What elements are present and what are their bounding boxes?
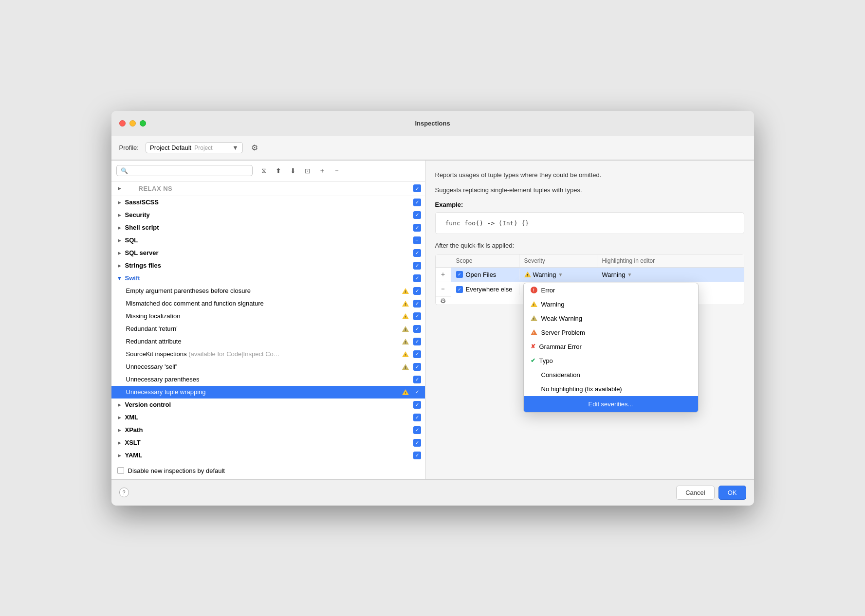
item-checkbox[interactable] — [413, 224, 421, 232]
tree-item-strings-files[interactable]: ▶ Strings files — [111, 259, 425, 272]
expand-icon-button[interactable]: ⊡ — [301, 164, 314, 177]
search-input-wrap[interactable]: 🔍 — [116, 165, 253, 176]
tree-item-security[interactable]: ▶ Security — [111, 209, 425, 221]
dropdown-label: Consideration — [541, 371, 580, 379]
item-label: Redundant 'return' — [126, 325, 402, 332]
item-checkbox[interactable] — [413, 287, 421, 295]
tree-item-swift-sourcekit[interactable]: SourceKit inspections (available for Cod… — [111, 348, 425, 361]
tree-item-relax-ns[interactable]: ▶ RELAX NS — [111, 181, 425, 196]
item-checkbox[interactable] — [413, 452, 421, 459]
tree-item-swift-mismatch[interactable]: Mismatched doc comment and function sign… — [111, 297, 425, 310]
tree-item-shell-script[interactable]: ▶ Shell script — [111, 221, 425, 234]
item-checkbox[interactable] — [413, 426, 421, 434]
item-checkbox[interactable] — [413, 300, 421, 308]
tree-item-xml[interactable]: ▶ XML — [111, 411, 425, 424]
row-checkbox[interactable] — [456, 271, 463, 278]
tree-item-sql-server[interactable]: ▶ SQL server — [111, 247, 425, 259]
item-checkbox[interactable] — [413, 338, 421, 345]
dropdown-item-consideration[interactable]: Consideration — [524, 368, 698, 382]
remove-inspection-button[interactable]: － — [331, 164, 343, 177]
item-checkbox[interactable] — [413, 401, 421, 409]
svg-text:!: ! — [405, 391, 406, 395]
item-checkbox[interactable] — [413, 312, 421, 320]
tree-item-swift-redundant-attr[interactable]: Redundant attribute ! — [111, 335, 425, 348]
item-checkbox[interactable] — [413, 325, 421, 333]
server-problem-icon: ! — [531, 329, 537, 335]
item-checkbox[interactable] — [413, 184, 421, 192]
severity-dropdown-icon[interactable]: ▼ — [558, 272, 563, 277]
tree-item-sass-scss[interactable]: ▶ Sass/SCSS — [111, 196, 425, 209]
profile-gear-button[interactable]: ⚙ — [248, 141, 261, 155]
tree-item-sql[interactable]: ▶ SQL — [111, 234, 425, 247]
item-checkbox[interactable] — [413, 249, 421, 257]
dropdown-label: Grammar Error — [539, 343, 582, 350]
maximize-button[interactable] — [140, 120, 146, 127]
dropdown-item-error[interactable]: ! Error — [524, 283, 698, 297]
severity-warn-icon: ! — [524, 272, 531, 277]
search-input[interactable] — [130, 167, 248, 174]
warning-icon: ! — [402, 338, 409, 345]
search-icon: 🔍 — [121, 167, 128, 174]
cancel-button[interactable]: Cancel — [676, 486, 714, 500]
dropdown-item-warning[interactable]: ! Warning — [524, 297, 698, 311]
filter-button[interactable]: ⧖ — [258, 164, 270, 177]
item-checkbox[interactable] — [413, 363, 421, 371]
tree-item-yaml[interactable]: ▶ YAML — [111, 449, 425, 462]
item-checkbox[interactable] — [413, 262, 421, 270]
chevron-icon: ▶ — [116, 250, 123, 256]
help-button[interactable]: ? — [119, 488, 129, 497]
close-button[interactable] — [119, 120, 126, 127]
item-checkbox[interactable] — [413, 414, 421, 421]
dropdown-item-typo[interactable]: ✔ Typo — [524, 354, 698, 368]
expand-all-button[interactable]: ⬆ — [272, 164, 285, 177]
dropdown-item-no-highlighting[interactable]: No highlighting (fix available) — [524, 382, 698, 396]
tree-item-swift-unnecessary-parens[interactable]: Unnecessary parentheses — [111, 373, 425, 386]
tree-item-swift[interactable]: ▶ Swift — [111, 272, 425, 285]
dropdown-label: Warning — [541, 301, 565, 308]
chevron-icon: ▶ — [116, 452, 123, 459]
item-checkbox[interactable] — [413, 350, 421, 358]
dropdown-item-weak-warning[interactable]: ! Weak Warning — [524, 311, 698, 326]
item-label: Strings files — [125, 262, 413, 269]
edit-severities-button[interactable]: Edit severities... — [524, 396, 698, 412]
tree-item-swift-self[interactable]: Unnecessary 'self' ! — [111, 361, 425, 373]
item-label: XSLT — [125, 439, 413, 446]
disable-new-inspections-checkbox[interactable] — [117, 467, 124, 474]
tree-item-xpath[interactable]: ▶ XPath — [111, 424, 425, 436]
item-checkbox[interactable] — [413, 439, 421, 447]
svg-text:!: ! — [533, 331, 534, 335]
highlight-dropdown-icon[interactable]: ▼ — [627, 272, 632, 277]
item-checkbox[interactable] — [413, 236, 421, 244]
warning-icon: ! — [402, 363, 409, 371]
tree-item-swift-missing-loc[interactable]: Missing localization ! — [111, 310, 425, 323]
tree-item-swift-empty-parens[interactable]: Empty argument parentheses before closur… — [111, 285, 425, 297]
right-panel: Reports usages of tuple types where they… — [425, 161, 754, 479]
dropdown-item-server-problem[interactable]: ! Server Problem — [524, 326, 698, 340]
item-checkbox[interactable] — [413, 388, 421, 396]
typo-icon: ✔ — [531, 357, 535, 364]
item-label: Unnecessary tuple wrapping — [126, 388, 402, 396]
item-checkbox[interactable] — [413, 274, 421, 282]
tree-item-version-control[interactable]: ▶ Version control — [111, 399, 425, 411]
chevron-icon: ▶ — [116, 212, 123, 218]
add-scope-button[interactable]: ＋ — [436, 268, 451, 282]
dropdown-label: Server Problem — [541, 329, 585, 336]
dropdown-item-grammar-error[interactable]: ✘ Grammar Error — [524, 340, 698, 354]
remove-scope-button[interactable]: － — [436, 282, 451, 297]
item-checkbox[interactable] — [413, 211, 421, 219]
ok-button[interactable]: OK — [718, 486, 746, 500]
item-checkbox[interactable] — [413, 376, 421, 383]
row-checkbox[interactable] — [456, 286, 463, 293]
profile-name: Project Default — [150, 144, 191, 151]
scope-gear-button[interactable]: ⚙ — [436, 297, 451, 305]
profile-selector[interactable]: Project Default Project ▼ — [146, 142, 243, 153]
item-checkbox[interactable] — [413, 199, 421, 206]
warning-icon: ! — [402, 388, 409, 396]
tree-item-xslt[interactable]: ▶ XSLT — [111, 436, 425, 449]
tree-item-swift-tuple[interactable]: Unnecessary tuple wrapping ! — [111, 386, 425, 399]
add-inspection-button[interactable]: ＋ — [316, 164, 329, 177]
tree-item-swift-redundant-return[interactable]: Redundant 'return' ! — [111, 323, 425, 335]
minimize-button[interactable] — [129, 120, 136, 127]
scope-row-open-files[interactable]: Open Files ! Warning ▼ Warning ▼ — [451, 268, 744, 282]
collapse-all-button[interactable]: ⬇ — [287, 164, 299, 177]
